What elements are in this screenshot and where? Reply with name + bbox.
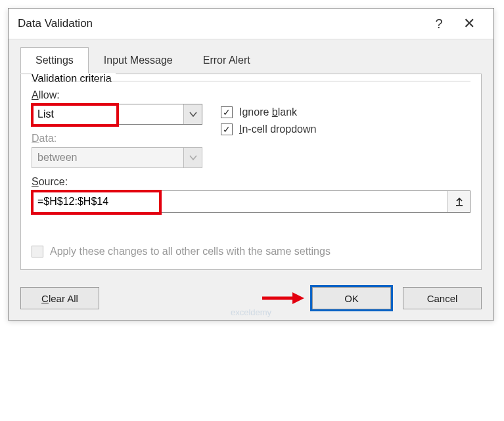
help-icon[interactable]: ? xyxy=(424,16,454,32)
allow-select[interactable]: List xyxy=(32,104,202,125)
allow-label: Allow: xyxy=(32,89,202,101)
tab-strip: Settings Input Message Error Alert xyxy=(20,47,482,74)
titlebar: Data Validation ? ✕ xyxy=(9,9,493,39)
arrow-annotation-icon xyxy=(261,291,304,305)
data-validation-dialog: Data Validation ? ✕ Settings Input Messa… xyxy=(8,8,494,321)
data-value: between xyxy=(32,152,183,164)
tab-settings[interactable]: Settings xyxy=(20,47,89,74)
apply-checkbox xyxy=(32,246,43,257)
ignore-blank-label: Ignore blank xyxy=(239,106,297,118)
watermark: exceldemy xyxy=(231,307,271,317)
cancel-button[interactable]: Cancel xyxy=(403,287,482,309)
close-icon[interactable]: ✕ xyxy=(454,15,484,32)
refedit-icon[interactable] xyxy=(447,191,470,212)
incell-dropdown-label: In-cell dropdown xyxy=(239,123,316,135)
dialog-title: Data Validation xyxy=(18,17,424,30)
svg-rect-0 xyxy=(456,205,463,206)
dialog-body: Settings Input Message Error Alert Valid… xyxy=(9,39,493,279)
clear-all-button[interactable]: Clear All xyxy=(20,287,99,309)
ignore-blank-checkbox[interactable] xyxy=(221,106,233,118)
incell-dropdown-row: In-cell dropdown xyxy=(221,123,470,135)
ok-button[interactable]: OK xyxy=(312,287,391,309)
validation-criteria-group: Allow: List Data: xyxy=(32,81,470,257)
incell-dropdown-checkbox[interactable] xyxy=(221,123,233,135)
allow-value-highlight xyxy=(32,104,118,125)
data-select: between xyxy=(32,147,202,168)
source-label: Source: xyxy=(32,176,470,188)
settings-panel: Validation criteria Allow: List xyxy=(20,74,482,270)
chevron-down-icon[interactable] xyxy=(183,104,202,124)
apply-row: Apply these changes to all other cells w… xyxy=(32,246,470,257)
chevron-down-icon xyxy=(183,148,202,167)
apply-label: Apply these changes to all other cells w… xyxy=(50,246,331,257)
ignore-blank-row: Ignore blank xyxy=(221,106,470,118)
criteria-left-col: Allow: List Data: xyxy=(32,89,202,168)
criteria-row: Allow: List Data: xyxy=(32,89,470,168)
source-highlight xyxy=(32,191,160,213)
tab-error-alert[interactable]: Error Alert xyxy=(188,47,265,74)
button-row: Clear All OK Cancel exceldemy xyxy=(9,279,493,320)
criteria-right-col: Ignore blank In-cell dropdown xyxy=(221,89,470,168)
tab-input-message[interactable]: Input Message xyxy=(89,47,188,74)
data-label: Data: xyxy=(32,133,202,144)
source-input-wrap xyxy=(32,190,470,213)
source-row: Source: xyxy=(32,176,470,213)
svg-marker-2 xyxy=(292,292,304,304)
